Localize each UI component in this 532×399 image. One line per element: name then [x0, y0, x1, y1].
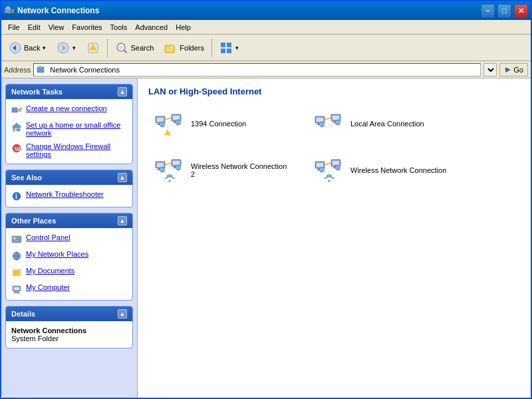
view-button[interactable]: ▾ — [215, 39, 243, 57]
menu-help[interactable]: Help — [172, 22, 195, 33]
control-panel-label: Control Panel — [26, 233, 70, 241]
svg-rect-25 — [15, 128, 17, 131]
up-button[interactable] — [82, 39, 104, 57]
svg-rect-64 — [317, 118, 323, 122]
other-places-body: Control Panel My Network Places — [6, 228, 132, 300]
details-header: Details ▲ — [6, 307, 132, 321]
close-button[interactable]: ✕ — [514, 4, 528, 18]
window-icon — [4, 5, 15, 16]
svg-rect-34 — [13, 240, 20, 241]
maximize-button[interactable]: □ — [497, 4, 511, 18]
main-area: Network Tasks ▲ Create a new connection — [1, 78, 531, 398]
details-body: Network Connections System Folder — [6, 321, 132, 348]
details-name: Network Connections — [11, 327, 127, 334]
svg-rect-14 — [221, 43, 225, 47]
my-computer-link[interactable]: My Computer — [9, 282, 130, 296]
svg-rect-3 — [12, 11, 14, 13]
network-places-label: My Network Places — [26, 250, 88, 258]
connection-1394-label: 1394 Connection — [191, 120, 246, 128]
network-tasks-body: Create a new connection Set up a home or… — [6, 99, 132, 164]
network-tasks-collapse[interactable]: ▲ — [118, 87, 127, 96]
troubleshooter-label: Network Troubleshooter — [26, 190, 104, 198]
folders-label: Folders — [180, 44, 204, 52]
home-network-link[interactable]: Set up a home or small office network — [9, 120, 130, 138]
minimize-button[interactable]: − — [481, 4, 495, 18]
up-icon — [86, 41, 100, 55]
toolbar-separator-1 — [107, 39, 108, 57]
svg-rect-26 — [17, 128, 19, 129]
connection-wireless2-icon — [155, 158, 184, 183]
svg-rect-16 — [221, 49, 225, 53]
view-icon — [219, 41, 233, 55]
svg-text:i: i — [15, 193, 17, 200]
forward-icon — [57, 41, 70, 55]
computer-icon — [11, 284, 22, 295]
svg-marker-62 — [165, 130, 170, 135]
svg-line-11 — [124, 50, 126, 53]
back-label: Back — [24, 44, 40, 52]
menu-tools[interactable]: Tools — [106, 22, 132, 33]
connection-1394-icon — [155, 111, 184, 136]
control-panel-link[interactable]: Control Panel — [9, 232, 130, 246]
left-panel: Network Tasks ▲ Create a new connection — [1, 78, 138, 398]
see-also-collapse[interactable]: ▲ — [118, 173, 127, 182]
connection-wireless2-label: Wireless Network Connection 2 — [191, 162, 288, 178]
go-arrow-icon — [504, 66, 512, 74]
svg-rect-55 — [173, 116, 180, 120]
other-places-collapse[interactable]: ▲ — [118, 216, 127, 225]
connection-wireless2[interactable]: Wireless Network Connection 2 — [148, 152, 295, 188]
control-panel-icon — [11, 234, 22, 245]
go-button[interactable]: Go — [499, 63, 528, 76]
svg-point-109 — [329, 180, 331, 182]
folders-button[interactable]: Folders — [160, 39, 209, 57]
see-also-title: See Also — [11, 174, 42, 182]
connection-lan[interactable]: Local Area Connection — [308, 106, 454, 142]
addressbar: Address Network Connections Go — [1, 61, 531, 78]
see-also-section: See Also ▲ i Network Troubleshooter — [5, 170, 133, 207]
svg-line-77 — [325, 118, 331, 120]
svg-point-93 — [169, 180, 171, 182]
main-window: Network Connections − □ ✕ File Edit View… — [0, 0, 532, 399]
svg-rect-21 — [12, 108, 17, 112]
details-collapse[interactable]: ▲ — [118, 309, 127, 319]
svg-rect-33 — [17, 237, 20, 239]
menu-view[interactable]: View — [45, 22, 68, 33]
my-documents-link[interactable]: My Documents — [9, 265, 130, 279]
svg-marker-20 — [505, 67, 511, 72]
network-tasks-header: Network Tasks ▲ — [6, 84, 132, 99]
troubleshooter-link[interactable]: i Network Troubleshooter — [9, 189, 130, 203]
menu-favorites[interactable]: Favorites — [68, 22, 106, 33]
connection-1394[interactable]: 1394 Connection — [148, 106, 295, 142]
network-tasks-title: Network Tasks — [11, 88, 63, 96]
menu-advanced[interactable]: Advanced — [131, 22, 172, 33]
svg-rect-2 — [12, 9, 14, 11]
network-places-icon — [11, 251, 22, 261]
address-icon — [37, 65, 47, 75]
go-label: Go — [513, 66, 523, 74]
svg-line-61 — [165, 118, 172, 120]
svg-rect-40 — [14, 271, 19, 272]
create-connection-link[interactable]: Create a new connection — [9, 103, 130, 117]
network-tasks-section: Network Tasks ▲ Create a new connection — [5, 84, 133, 164]
forward-button[interactable]: ▾ — [52, 39, 80, 57]
address-dropdown[interactable] — [483, 63, 497, 76]
folders-icon — [164, 41, 178, 55]
svg-line-92 — [165, 163, 172, 165]
svg-rect-19 — [39, 66, 43, 68]
address-field[interactable]: Network Connections — [33, 63, 481, 76]
menu-edit[interactable]: Edit — [24, 22, 45, 33]
connection-wireless[interactable]: Wireless Network Connection — [308, 152, 454, 188]
search-button[interactable]: Search — [110, 39, 158, 57]
back-dropdown-icon[interactable]: ▾ — [43, 45, 46, 51]
toolbar-separator-2 — [211, 39, 212, 57]
back-button[interactable]: Back ▾ — [4, 39, 51, 57]
section-title: LAN or High-Speed Internet — [148, 86, 520, 96]
menu-file[interactable]: File — [4, 22, 24, 33]
network-places-link[interactable]: My Network Places — [9, 249, 130, 263]
forward-dropdown-icon[interactable]: ▾ — [72, 45, 76, 51]
firewall-link[interactable]: W Change Windows Firewall settings — [9, 141, 130, 160]
other-places-header: Other Places ▲ — [6, 213, 132, 228]
home-network-icon — [11, 122, 22, 132]
svg-rect-41 — [14, 273, 19, 273]
view-dropdown-icon[interactable]: ▾ — [235, 45, 239, 51]
